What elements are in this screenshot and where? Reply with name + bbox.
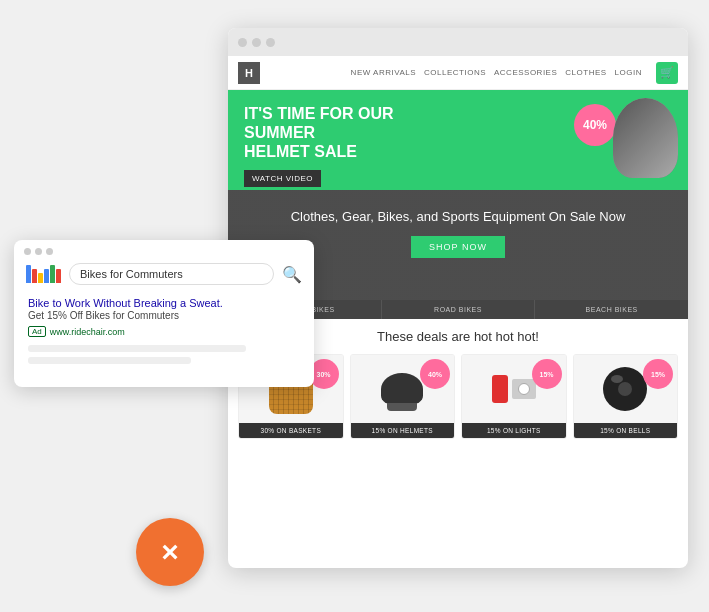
search-results-placeholder <box>14 341 314 373</box>
deal-badge-lights: 15% <box>532 359 562 389</box>
result-line-2 <box>28 357 191 364</box>
light-front <box>512 379 536 399</box>
ad-description: Get 15% Off Bikes for Commuters <box>28 309 300 323</box>
shop-now-button[interactable]: SHOP NOW <box>411 236 505 258</box>
tab-road-bikes[interactable]: ROAD BIKES <box>382 300 536 319</box>
search-dot-3 <box>46 248 53 255</box>
deal-label-baskets: 30% ON BASKETS <box>239 423 343 438</box>
search-input[interactable] <box>69 263 274 285</box>
site-nav-links: NEW ARRIVALS COLLECTIONS ACCESSORIES CLO… <box>351 62 678 84</box>
watch-video-button[interactable]: WATCH VIDEO <box>244 170 321 187</box>
nav-accessories[interactable]: ACCESSORIES <box>494 68 557 77</box>
deal-card-helmets[interactable]: 40% 15% ON HELMETS <box>350 354 456 439</box>
deal-image-bells: 15% <box>574 355 678 423</box>
close-icon: × <box>161 537 179 567</box>
bell-center <box>618 382 632 396</box>
hero-title: It's Time for Our SUMMER HELMET SALE <box>244 104 464 162</box>
ad-badge-row: Ad www.ridechair.com <box>28 326 300 337</box>
nav-clothes[interactable]: CLOTHES <box>565 68 606 77</box>
deal-label-lights: 15% ON LIGHTS <box>462 423 566 438</box>
gbar-green <box>50 265 55 283</box>
bell-icon <box>603 367 647 411</box>
second-banner-title: Clothes, Gear, Bikes, and Sports Equipme… <box>244 208 672 226</box>
light-lens <box>518 383 530 395</box>
search-icon[interactable]: 🔍 <box>282 265 302 284</box>
site-logo: H <box>238 62 260 84</box>
close-button[interactable]: × <box>136 518 204 586</box>
hero-banner: It's Time for Our SUMMER HELMET SALE WAT… <box>228 90 688 190</box>
cart-icon[interactable]: 🛒 <box>656 62 678 84</box>
search-dot-1 <box>24 248 31 255</box>
tab-beach-bikes[interactable]: BEACH BIKES <box>535 300 688 319</box>
deal-badge-helmets: 40% <box>420 359 450 389</box>
search-dots <box>24 248 53 255</box>
ad-result: Bike to Work Without Breaking a Sweat. G… <box>14 291 314 341</box>
deal-image-helmets: 40% <box>351 355 455 423</box>
gbar-blue2 <box>44 269 49 283</box>
browser-dot-3 <box>266 38 275 47</box>
search-card-titlebar <box>14 240 314 255</box>
search-bar-row: 🔍 <box>14 255 314 291</box>
ad-badge: Ad <box>28 326 46 337</box>
browser-dot-2 <box>252 38 261 47</box>
deal-card-lights[interactable]: 15% 15% ON LIGHTS <box>461 354 567 439</box>
hero-badge: 40% <box>574 104 616 146</box>
helmet-strap <box>387 403 417 411</box>
hero-helmet-inner <box>613 98 678 178</box>
helmet-icon <box>381 367 423 411</box>
deal-badge-bells: 15% <box>643 359 673 389</box>
hero-helmet-image <box>613 98 678 178</box>
ad-url: www.ridechair.com <box>50 327 125 337</box>
gbar-red2 <box>56 269 61 283</box>
browser-dot-1 <box>238 38 247 47</box>
search-dot-2 <box>35 248 42 255</box>
nav-new-arrivals[interactable]: NEW ARRIVALS <box>351 68 416 77</box>
site-nav: H NEW ARRIVALS COLLECTIONS ACCESSORIES C… <box>228 56 688 90</box>
nav-collections[interactable]: COLLECTIONS <box>424 68 486 77</box>
gbar-red <box>32 269 37 283</box>
search-card: 🔍 Bike to Work Without Breaking a Sweat.… <box>14 240 314 387</box>
deal-label-helmets: 15% ON HELMETS <box>351 423 455 438</box>
deal-label-bells: 15% ON BELLS <box>574 423 678 438</box>
light-rear <box>492 375 508 403</box>
nav-login[interactable]: LOGIN <box>615 68 642 77</box>
deal-card-bells[interactable]: 15% 15% ON BELLS <box>573 354 679 439</box>
gbar-yellow <box>38 273 43 283</box>
helmet-shell <box>381 373 423 405</box>
browser-titlebar <box>228 28 688 56</box>
deal-image-lights: 15% <box>462 355 566 423</box>
gbar-blue <box>26 265 31 283</box>
lights-icon <box>492 375 536 403</box>
ad-headline[interactable]: Bike to Work Without Breaking a Sweat. <box>28 297 300 309</box>
result-line-1 <box>28 345 246 352</box>
google-logo <box>26 265 61 283</box>
browser-dots <box>238 38 275 47</box>
